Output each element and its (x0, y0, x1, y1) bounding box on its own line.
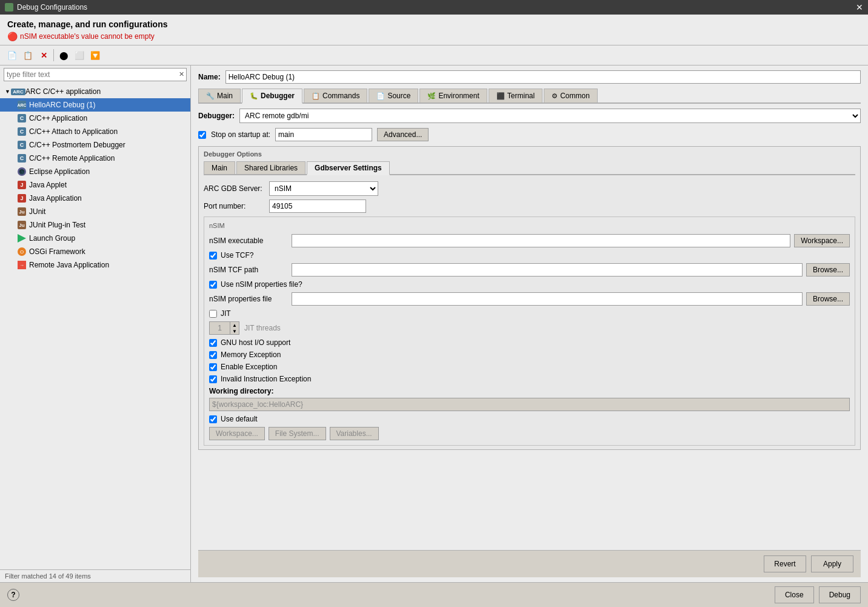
error-text: nSIM executable's value cannot be empty (20, 32, 155, 41)
use-default-checkbox[interactable] (209, 415, 217, 423)
debug-button[interactable]: Debug (819, 586, 861, 603)
tree-item-cpp-app[interactable]: C C/C++ Application (0, 112, 190, 125)
tree-item-junit-plugin[interactable]: Ju JUnit Plug-in Test (0, 218, 190, 232)
close-button[interactable]: Close (775, 586, 814, 603)
toolbar-separator-1 (53, 49, 54, 61)
cpp-remote-icon: C (17, 153, 27, 163)
working-dir-buttons: Workspace... File System... Variables... (209, 427, 850, 440)
nsim-tcf-path-input[interactable] (292, 263, 803, 277)
filter-input[interactable] (4, 68, 187, 81)
jit-value-input[interactable] (210, 322, 230, 334)
gnu-host-io-row: GNU host I/O support (209, 338, 850, 347)
tab-terminal-label: Terminal (507, 92, 535, 100)
port-number-input[interactable] (269, 200, 366, 213)
tree-item-cpp-remote[interactable]: C C/C++ Remote Application (0, 152, 190, 165)
osgi-icon: O (17, 247, 27, 257)
duplicate-config-button[interactable]: 📋 (21, 48, 35, 62)
source-tab-icon: 📄 (376, 92, 385, 100)
use-default-row: Use default (209, 415, 850, 423)
gnu-host-io-label: GNU host I/O support (221, 338, 290, 347)
memory-exception-checkbox[interactable] (209, 351, 217, 359)
filter-button[interactable]: 🔽 (88, 48, 102, 62)
inner-tab-main-label: Main (212, 164, 227, 172)
workspace-button[interactable]: Workspace... (209, 427, 265, 440)
right-panel-inner: Name: 🔧 Main 🐛 Debugger 📋 Comma (198, 70, 861, 577)
window-close-button[interactable]: ✕ (856, 2, 863, 12)
apply-button[interactable]: Apply (811, 555, 853, 572)
tree-item-cpp-attach[interactable]: C C/C++ Attach to Application (0, 125, 190, 138)
stop-at-input[interactable] (275, 128, 372, 141)
nsim-executable-browse-button[interactable]: Workspace... (794, 234, 850, 247)
invalid-instruction-row: Invalid Instruction Exception (209, 375, 850, 383)
new-config-button[interactable]: 📄 (5, 48, 19, 62)
inner-tab-main[interactable]: Main (204, 161, 235, 174)
collapse-all-button[interactable]: ⬜ (72, 48, 87, 62)
title-bar-left: Debug Configurations (5, 3, 87, 12)
debugger-select[interactable]: ARC remote gdb/mi (239, 109, 861, 123)
nsim-props-file-input[interactable] (292, 292, 803, 306)
tree-item-remote-java[interactable]: → Remote Java Application (0, 258, 190, 272)
memory-exception-label: Memory Exception (221, 350, 281, 359)
main-area: ✕ ▼ ARC ARC C/C++ application ARC (0, 65, 868, 582)
tree-item-helloarc[interactable]: ARC HelloARC Debug (1) (0, 98, 190, 112)
tree-item-osgi[interactable]: O OSGi Framework (0, 245, 190, 258)
tree-item-cpp-postmortem[interactable]: C C/C++ Postmortem Debugger (0, 138, 190, 152)
variables-button[interactable]: Variables... (330, 427, 379, 440)
main-tab-icon: 🔧 (206, 92, 215, 100)
jit-up-button[interactable]: ▲ (230, 322, 239, 328)
nsim-tcf-path-browse-button[interactable]: Browse... (806, 263, 850, 277)
help-button[interactable]: ? (7, 589, 19, 601)
nsim-executable-input[interactable] (292, 234, 790, 247)
inner-tab-gdbserver-label: Gdbserver Settings (315, 164, 382, 172)
tree-item-java-app[interactable]: J Java Application (0, 192, 190, 205)
debugger-label: Debugger: (198, 112, 235, 120)
invalid-instruction-checkbox[interactable] (209, 375, 217, 383)
use-nsim-props-checkbox[interactable] (209, 281, 217, 289)
tab-common[interactable]: ⚙ Common (544, 89, 598, 102)
tree-item-label-junit-plugin: JUnit Plug-in Test (29, 221, 85, 229)
inner-tabs-row: Main Shared Libraries Gdbserver Settings (204, 161, 855, 175)
stop-on-startup-label: Stop on startup at: (211, 130, 270, 139)
cpp-postmortem-icon: C (17, 140, 27, 150)
tree-item-label-cpp-remote: C/C++ Remote Application (29, 154, 115, 163)
tree-item-junit[interactable]: Ju JUnit (0, 205, 190, 218)
gnu-host-io-checkbox[interactable] (209, 339, 217, 347)
nsim-props-file-browse-button[interactable]: Browse... (806, 292, 850, 306)
launch-group-icon (17, 233, 27, 243)
footer-actions: Close Debug (775, 586, 861, 603)
debugger-row: Debugger: ARC remote gdb/mi (198, 109, 861, 123)
jit-down-button[interactable]: ▼ (230, 328, 239, 334)
tab-main[interactable]: 🔧 Main (198, 89, 241, 102)
filter-clear-button[interactable]: ✕ (179, 70, 184, 78)
memory-exception-row: Memory Exception (209, 350, 850, 359)
enable-exception-checkbox[interactable] (209, 363, 217, 371)
tab-environment[interactable]: 🌿 Environment (419, 89, 487, 102)
left-panel: ✕ ▼ ARC ARC C/C++ application ARC (0, 65, 191, 582)
tab-commands[interactable]: 📋 Commands (304, 89, 367, 102)
tree-item-java-applet[interactable]: J Java Applet (0, 178, 190, 192)
title-bar: Debug Configurations ✕ (0, 0, 868, 15)
tree-item-eclipse-app[interactable]: 🌑 Eclipse Application (0, 165, 190, 178)
header-title: Create, manage, and run configurations (7, 19, 861, 29)
revert-button[interactable]: Revert (764, 555, 806, 572)
tab-source[interactable]: 📄 Source (369, 89, 418, 102)
file-system-button[interactable]: File System... (269, 427, 326, 440)
name-input[interactable] (225, 70, 861, 84)
stop-on-startup-checkbox[interactable] (198, 131, 206, 139)
inner-tab-gdbserver[interactable]: Gdbserver Settings (307, 161, 390, 175)
tab-debugger[interactable]: 🐛 Debugger (242, 89, 302, 104)
arc-gdb-server-select[interactable]: nSIM (269, 181, 378, 196)
jit-checkbox[interactable] (209, 310, 217, 318)
cpp-app-icon: C (17, 113, 27, 123)
advanced-button[interactable]: Advanced... (377, 128, 429, 141)
tab-terminal[interactable]: ⬛ Terminal (489, 89, 542, 102)
tree-item-launch-group[interactable]: Launch Group (0, 232, 190, 245)
use-tcf-checkbox[interactable] (209, 252, 217, 260)
delete-config-button[interactable]: ✕ (36, 48, 51, 62)
working-dir-input (209, 398, 850, 411)
debugger-options-legend: Debugger Options (204, 150, 855, 158)
export-config-button[interactable]: ⬤ (56, 48, 71, 62)
tree-group-header-arc-cpp[interactable]: ▼ ARC ARC C/C++ application (0, 85, 190, 98)
port-number-row: Port number: (204, 200, 855, 213)
inner-tab-shared-libs[interactable]: Shared Libraries (236, 161, 305, 174)
